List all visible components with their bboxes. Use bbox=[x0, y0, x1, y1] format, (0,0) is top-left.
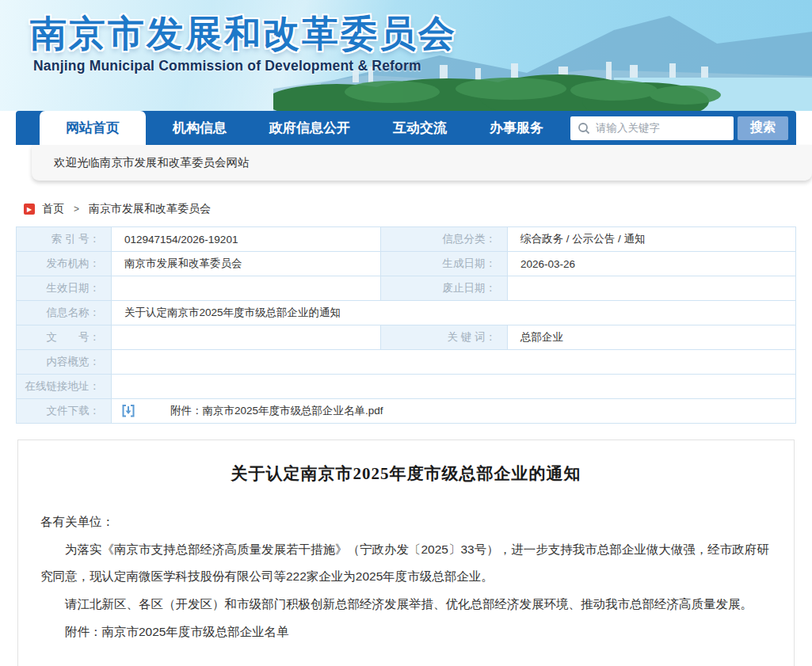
search-button[interactable]: 搜索 bbox=[738, 116, 788, 140]
doc-number-value bbox=[112, 325, 381, 350]
nav-item-org-info[interactable]: 机构信息 bbox=[157, 111, 242, 145]
online-link-value bbox=[112, 375, 796, 399]
table-row: 在线链接地址： bbox=[17, 375, 796, 399]
repeal-date-value bbox=[508, 276, 796, 301]
breadcrumb-home-link[interactable]: 首页 bbox=[42, 202, 64, 216]
publisher-label: 发布机构： bbox=[17, 252, 112, 276]
table-row: 发布机构： 南京市发展和改革委员会 生成日期： 2026-03-26 bbox=[17, 252, 796, 276]
article-body: 关于认定南京市2025年度市级总部企业的通知 各有关单位： 为落实《南京市支持总… bbox=[17, 440, 795, 666]
content-overview-label: 内容概览： bbox=[17, 350, 112, 375]
site-title-english: Nanjing Municipal Commission of Developm… bbox=[33, 58, 421, 74]
site-banner: 南京市发展和改革委员会 Nanjing Municipal Commission… bbox=[0, 0, 812, 111]
welcome-strip: 欢迎光临南京市发展和改革委员会网站 bbox=[32, 145, 812, 181]
site-title-chinese: 南京市发展和改革委员会 bbox=[30, 10, 457, 59]
repeal-date-label: 废止日期： bbox=[381, 276, 508, 301]
index-number-label: 索 引 号： bbox=[17, 227, 112, 252]
keyword-label: 关 键 词： bbox=[381, 325, 508, 350]
file-download-label: 文件下载： bbox=[17, 399, 112, 424]
nav-item-interaction[interactable]: 互动交流 bbox=[377, 111, 463, 145]
main-navigation: 网站首页 机构信息 政府信息公开 互动交流 办事服务 搜索 bbox=[16, 111, 796, 145]
info-name-value: 关于认定南京市2025年度市级总部企业的通知 bbox=[112, 301, 796, 325]
download-icon[interactable] bbox=[121, 404, 135, 418]
breadcrumb-current[interactable]: 南京市发展和改革委员会 bbox=[89, 202, 211, 216]
generated-date-label: 生成日期： bbox=[381, 252, 508, 276]
keyword-value: 总部企业 bbox=[508, 325, 796, 350]
table-row: 文 号： 关 键 词： 总部企业 bbox=[17, 325, 796, 350]
effective-date-label: 生效日期： bbox=[17, 276, 112, 301]
document-meta-table: 索 引 号： 012947154/2026-19201 信息分类： 综合政务 /… bbox=[16, 226, 796, 424]
search-input[interactable] bbox=[570, 116, 734, 140]
table-row: 文件下载： 附件：南京市2025年度市级总部企业名单.pdf bbox=[17, 399, 796, 424]
search-icon bbox=[578, 122, 590, 135]
info-category-label: 信息分类： bbox=[381, 227, 508, 252]
breadcrumb-separator: > bbox=[74, 204, 79, 215]
effective-date-value bbox=[112, 276, 381, 301]
article-title: 关于认定南京市2025年度市级总部企业的通知 bbox=[40, 462, 772, 485]
info-category-value: 综合政务 / 公示公告 / 通知 bbox=[508, 227, 796, 252]
publisher-value: 南京市发展和改革委员会 bbox=[112, 252, 381, 276]
index-number-value: 012947154/2026-19201 bbox=[112, 227, 381, 252]
content-overview-value bbox=[112, 350, 796, 375]
generated-date-value: 2026-03-26 bbox=[508, 252, 796, 276]
doc-number-label: 文 号： bbox=[17, 325, 112, 350]
article-paragraph-2: 请江北新区、各区（开发区）和市级部门积极创新总部经济发展举措、优化总部经济发展环… bbox=[40, 591, 772, 617]
table-row: 索 引 号： 012947154/2026-19201 信息分类： 综合政务 /… bbox=[17, 227, 796, 252]
nav-item-home[interactable]: 网站首页 bbox=[40, 111, 146, 145]
attachment-link[interactable]: 附件：南京市2025年度市级总部企业名单.pdf bbox=[170, 404, 383, 418]
nav-item-services[interactable]: 办事服务 bbox=[474, 111, 559, 145]
article-paragraph-1: 为落实《南京市支持总部经济高质量发展若干措施》（宁政办发〔2025〕33号），进… bbox=[40, 536, 772, 589]
info-name-label: 信息名称： bbox=[17, 301, 112, 325]
article-paragraph-3: 附件：南京市2025年度市级总部企业名单 bbox=[40, 618, 772, 645]
table-row: 生效日期： 废止日期： bbox=[17, 276, 796, 301]
online-link-label: 在线链接地址： bbox=[17, 375, 112, 399]
breadcrumb-home-icon: ▶ bbox=[24, 204, 35, 215]
search-area: 搜索 bbox=[570, 116, 788, 140]
breadcrumb: ▶ 首页 > 南京市发展和改革委员会 bbox=[24, 202, 812, 216]
article-salutation: 各有关单位： bbox=[40, 508, 772, 535]
table-row: 信息名称： 关于认定南京市2025年度市级总部企业的通知 bbox=[17, 301, 796, 325]
table-row: 内容概览： bbox=[17, 350, 796, 375]
nav-item-gov-disclosure[interactable]: 政府信息公开 bbox=[254, 111, 366, 145]
